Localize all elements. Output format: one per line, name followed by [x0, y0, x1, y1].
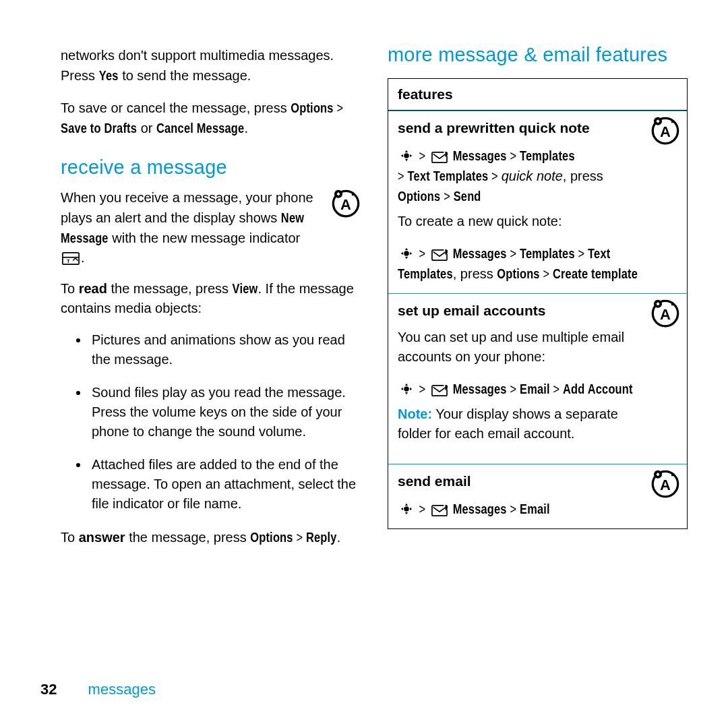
list-item: Pictures and animations show as you read… — [89, 330, 361, 369]
nav-key-icon — [400, 382, 413, 396]
left-column: networks don't support multimedia messag… — [61, 40, 361, 674]
list-item: Sound files play as you read the message… — [89, 383, 361, 442]
messages-icon — [431, 152, 448, 163]
new-message-indicator-icon — [62, 252, 80, 265]
feature-quick-note: send a prewritten quick note > Messages … — [388, 111, 687, 293]
heading-more-features: more message & email features — [388, 40, 688, 69]
nav-key-icon — [400, 247, 413, 260]
page-footer: 32 messages — [40, 681, 156, 698]
heading-receive: receive a message — [61, 153, 361, 181]
nav-path: > Messages > Email > Add Account — [398, 379, 644, 399]
nav-path: > Messages > Email — [398, 499, 644, 519]
list-item: Attached files are added to the end of t… — [89, 455, 361, 514]
features-header: features — [388, 79, 687, 111]
features-table: features send a prewritten quick note > … — [388, 78, 688, 529]
media-list: Pictures and animations show as you read… — [61, 330, 361, 514]
feature-send-email: send email > Messages > Email — [388, 464, 687, 528]
page-content: networks don't support multimedia messag… — [0, 0, 728, 674]
messages-icon — [431, 385, 448, 396]
nav-key-icon — [400, 502, 413, 516]
section-label: messages — [88, 681, 156, 698]
save-cancel-note: To save or cancel the message, press Opt… — [61, 98, 361, 138]
nav-key-icon — [400, 149, 413, 162]
mms-note: networks don't support multimedia messag… — [61, 46, 361, 86]
nav-path: > Messages > Templates > Text Templates,… — [398, 243, 644, 284]
email-note: Note: Your display shows a separate fold… — [398, 404, 644, 444]
receive-intro: When you receive a message, your phone p… — [61, 188, 361, 268]
accessibility-badge-icon — [650, 468, 680, 498]
accessibility-badge-icon — [650, 115, 680, 145]
read-intro: To read the message, press View. If the … — [61, 278, 361, 318]
accessibility-badge-icon — [650, 298, 680, 328]
page-number: 32 — [40, 681, 57, 698]
feature-email-accounts: set up email accounts You can set up and… — [388, 293, 687, 464]
answer-note: To answer the message, press Options > R… — [61, 527, 361, 547]
messages-icon — [431, 249, 448, 261]
nav-path: > Messages > Templates > Text Templates … — [398, 146, 644, 206]
messages-icon — [431, 505, 448, 516]
accessibility-badge-icon — [331, 188, 361, 218]
right-column: more message & email features features s… — [388, 40, 688, 674]
